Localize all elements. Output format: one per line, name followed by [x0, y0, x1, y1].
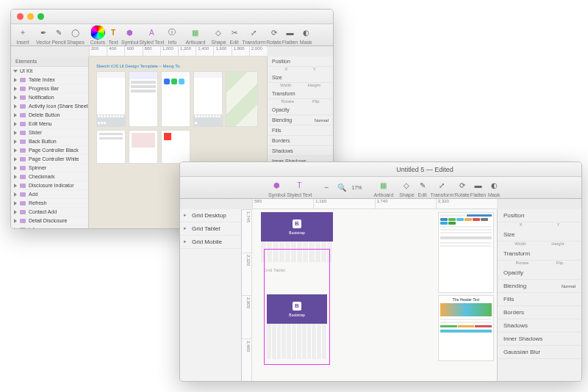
inspector-size[interactable]: Size	[498, 228, 581, 242]
pencil-button[interactable]: ✎	[51, 25, 66, 40]
zoom-out-button[interactable]: −	[319, 181, 334, 195]
artboard-small-3[interactable]	[161, 130, 190, 164]
layer-item[interactable]: Activity Icon (Share Sheet)	[11, 102, 88, 111]
folder-icon	[20, 113, 26, 117]
tool-label: Colors	[90, 40, 105, 45]
layer-grid-desktop[interactable]: Grid Desktop	[180, 209, 241, 222]
titlebar[interactable]	[11, 10, 333, 24]
inspector-value[interactable]: Normal	[562, 284, 576, 288]
edit-button[interactable]: ✎	[415, 178, 430, 192]
inspector-fills[interactable]: Fills	[268, 126, 333, 136]
artboard-small-1[interactable]	[96, 130, 126, 164]
insert-button[interactable]: ＋	[15, 25, 30, 40]
canvas[interactable]: 1,745 2,320 2,900 3,480 B Bootstrap Grid…	[242, 209, 497, 381]
layer-item[interactable]: Delete Button	[11, 111, 88, 120]
layer-item[interactable]: Page Controller Black	[11, 146, 88, 155]
artboard-button[interactable]: ▦	[376, 178, 391, 192]
mask-button[interactable]: ◐	[487, 178, 501, 192]
layer-item[interactable]: Info	[11, 225, 88, 228]
inspector-borders[interactable]: Borders	[268, 136, 333, 146]
layer-item[interactable]: Add	[11, 190, 88, 199]
shape-button[interactable]: ◇	[399, 178, 414, 192]
artboard-phone-2[interactable]	[129, 71, 158, 127]
elements-dropdown[interactable]: Elements	[11, 57, 88, 67]
ruler-tick: 1,200	[178, 46, 196, 56]
layers-sidebar[interactable]: Elements UI Kit Table IndexProgress BarN…	[11, 57, 89, 228]
edit-button[interactable]: ✂	[227, 25, 242, 40]
vector-button[interactable]: ✒	[36, 25, 51, 40]
maximize-icon[interactable]	[37, 13, 44, 20]
inspector-shadows[interactable]: Shadows	[268, 146, 333, 156]
flatten-button[interactable]: ▬	[471, 178, 486, 192]
inspector-opacity[interactable]: Opacity	[268, 105, 333, 115]
layers-header[interactable]: UI Kit	[11, 67, 88, 76]
artboard-bootstrap-desktop[interactable]: B Bootstrap	[261, 212, 333, 242]
inspector-fills[interactable]: Fills	[498, 293, 581, 306]
close-icon[interactable]	[17, 13, 24, 20]
layer-grid-tablet[interactable]: Grid Tablet	[180, 222, 241, 236]
layer-label: Info	[29, 227, 37, 228]
inspector-blending[interactable]: BlendingNormal	[498, 280, 581, 293]
symbol-button[interactable]: ⬢	[123, 25, 137, 40]
inspector-sublabel: X	[284, 67, 287, 71]
inspector-blending[interactable]: BlendingNormal	[268, 115, 333, 126]
transform-button[interactable]: ⤢	[434, 178, 449, 192]
layer-item[interactable]: Progress Bar	[11, 84, 88, 93]
tool-label: Text	[109, 40, 118, 45]
layer-item[interactable]: Back Button	[11, 137, 88, 146]
artboard-bootstrap-tablet[interactable]: B Bootstrap	[267, 294, 327, 324]
inspector-position[interactable]: Position	[268, 57, 333, 67]
artboard-button[interactable]: ▦	[188, 25, 203, 40]
layer-item[interactable]: Page Controller White	[11, 155, 88, 164]
text-button[interactable]: T	[106, 25, 121, 40]
layer-item[interactable]: Detail Disclosure	[11, 217, 88, 225]
layer-item[interactable]: Checkmark	[11, 173, 88, 181]
transform-button[interactable]: ⤢	[246, 25, 261, 40]
layer-label: Spinner	[29, 165, 46, 170]
artboard-map[interactable]	[226, 71, 258, 127]
artboard-phone-3[interactable]	[161, 71, 190, 127]
layer-item[interactable]: Spinner	[11, 164, 88, 173]
layer-item[interactable]: Edit Menu	[11, 120, 88, 128]
layers-header-label: UI Kit	[20, 68, 32, 73]
inspector-transform[interactable]: Transform	[498, 247, 581, 261]
layer-item[interactable]: Table Index	[11, 76, 88, 84]
inspector-value[interactable]: Normal	[315, 118, 329, 123]
inspector-shadows[interactable]: Shadows	[498, 319, 581, 333]
titlebar[interactable]: Untitled 5 — Edited	[180, 162, 581, 177]
colors-button[interactable]	[90, 25, 105, 40]
layer-grid-mobile[interactable]: Grid Mobile	[180, 236, 241, 249]
inspector-gaussian-blur[interactable]: Gaussian Blur	[498, 346, 581, 359]
inspector-opacity[interactable]: Opacity	[498, 266, 581, 280]
layer-item[interactable]: Disclosure Indicator	[11, 181, 88, 190]
rotate-button[interactable]: ⟳	[267, 25, 282, 40]
symbol-button[interactable]: ⬢	[270, 178, 284, 192]
inspector-position[interactable]: Position	[498, 209, 581, 222]
folder-icon	[20, 175, 26, 179]
artboard-small-2[interactable]	[129, 130, 158, 164]
layer-label: Back Button	[29, 139, 57, 144]
flatten-button[interactable]: ▬	[283, 25, 298, 40]
info-button[interactable]: ⓘ	[165, 25, 179, 40]
inspector-inner-shadows[interactable]: Inner Shadows	[498, 333, 581, 346]
layers-sidebar[interactable]: Grid Desktop Grid Tablet Grid Mobile	[180, 209, 242, 381]
preview-page[interactable]: The Header Text	[438, 295, 494, 361]
rotate-button[interactable]: ⟳	[455, 178, 470, 192]
layer-item[interactable]: Refresh	[11, 199, 88, 208]
inspector-transform[interactable]: Transform	[268, 89, 333, 99]
shape-button[interactable]: ◇	[211, 25, 226, 40]
styled-text-button[interactable]: T	[292, 178, 306, 192]
artboard-phone-4[interactable]	[193, 71, 223, 127]
styled-text-button[interactable]: A	[144, 25, 159, 40]
layer-item[interactable]: Slider	[11, 128, 88, 137]
mask-button[interactable]: ◐	[298, 25, 313, 40]
inspector-borders[interactable]: Borders	[498, 306, 581, 319]
minimize-icon[interactable]	[27, 13, 34, 20]
layer-item[interactable]: Contact Add	[11, 208, 88, 217]
artboard-phone-1[interactable]	[96, 71, 126, 127]
layer-item[interactable]: Notification	[11, 93, 88, 102]
preview-components[interactable]	[438, 212, 494, 293]
zoom-in-button[interactable]: 🔍	[334, 181, 349, 195]
shapes-button[interactable]: ◯	[68, 25, 83, 40]
inspector-size[interactable]: Size	[268, 73, 333, 83]
